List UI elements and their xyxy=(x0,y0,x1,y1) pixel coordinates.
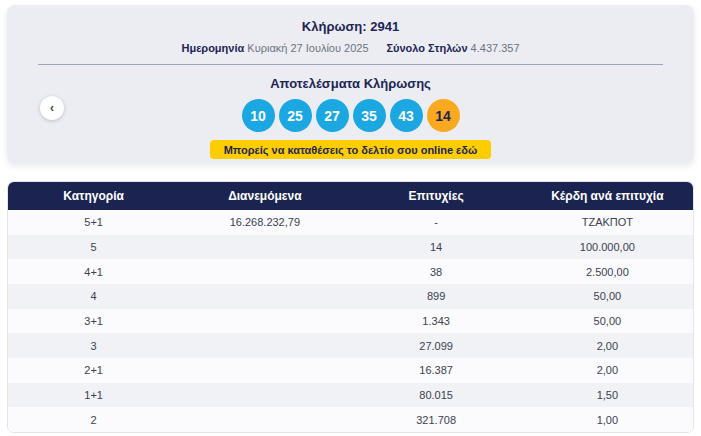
table-cell: 80.015 xyxy=(351,389,522,401)
header-category: Κατηγορία xyxy=(8,189,179,203)
number-ball: 35 xyxy=(353,99,386,132)
draw-date: Ημερομηνία Κυριακή 27 Ιουλίου 2025 xyxy=(181,42,368,54)
total-columns-label: Σύνολο Στηλών xyxy=(387,42,468,54)
prize-table: Κατηγορία Διανεμόμενα Επιτυχίες Κέρδη αν… xyxy=(7,181,694,433)
table-cell: 2 xyxy=(8,414,179,426)
total-columns: Σύνολο Στηλών 4.437.357 xyxy=(387,42,520,54)
number-ball: 43 xyxy=(390,99,423,132)
header-distributed: Διανεμόμενα xyxy=(179,189,350,203)
table-cell: 2,00 xyxy=(522,364,693,376)
table-row: 514100.000,00 xyxy=(8,235,693,260)
table-cell: 16.387 xyxy=(351,364,522,376)
table-cell: 2.500,00 xyxy=(522,266,693,278)
table-cell: 2+1 xyxy=(8,364,179,376)
chevron-left-icon: ‹ xyxy=(50,101,54,115)
table-cell: 38 xyxy=(351,266,522,278)
table-cell: - xyxy=(351,216,522,228)
winning-numbers: 10 25 27 35 43 14 xyxy=(7,99,694,132)
table-row: 327.0992,00 xyxy=(8,333,693,358)
number-ball: 10 xyxy=(242,99,275,132)
table-cell: 16.268.232,79 xyxy=(179,216,350,228)
table-cell: 5 xyxy=(8,241,179,253)
table-cell: 321.708 xyxy=(351,414,522,426)
table-row: 2321.7081,00 xyxy=(8,407,693,432)
table-cell: 1+1 xyxy=(8,389,179,401)
number-ball: 25 xyxy=(279,99,312,132)
previous-draw-button[interactable]: ‹ xyxy=(40,96,64,120)
table-cell: 5+1 xyxy=(8,216,179,228)
table-cell: 50,00 xyxy=(522,315,693,327)
table-cell: ΤΖΑΚΠΟΤ xyxy=(522,216,693,228)
divider xyxy=(38,64,663,65)
table-row: 3+11.34350,00 xyxy=(8,309,693,334)
table-cell: 100.000,00 xyxy=(522,241,693,253)
header-prize-per-win: Κέρδη ανά επιτυχία xyxy=(522,189,693,203)
table-row: 4+1382.500,00 xyxy=(8,259,693,284)
table-cell: 27.099 xyxy=(351,340,522,352)
table-row: 1+180.0151,50 xyxy=(8,383,693,408)
table-cell: 4 xyxy=(8,290,179,302)
header-winners: Επιτυχίες xyxy=(351,189,522,203)
table-cell: 4+1 xyxy=(8,266,179,278)
number-ball: 27 xyxy=(316,99,349,132)
total-columns-value: 4.437.357 xyxy=(471,42,520,54)
table-cell: 1,50 xyxy=(522,389,693,401)
prize-table-header: Κατηγορία Διανεμόμενα Επιτυχίες Κέρδη αν… xyxy=(8,182,693,210)
results-title: Αποτελέσματα Κλήρωσης xyxy=(7,76,694,91)
draw-date-value: Κυριακή 27 Ιουλίου 2025 xyxy=(247,42,368,54)
table-row: 5+116.268.232,79-ΤΖΑΚΠΟΤ xyxy=(8,210,693,235)
table-cell: 14 xyxy=(351,241,522,253)
submit-online-button[interactable]: Μπορείς να καταθέσεις το δελτίο σου onli… xyxy=(210,140,492,159)
draw-title: Κλήρωση: 2941 xyxy=(7,5,694,34)
table-cell: 899 xyxy=(351,290,522,302)
prize-table-body: 5+116.268.232,79-ΤΖΑΚΠΟΤ514100.000,004+1… xyxy=(8,210,693,432)
table-cell: 3+1 xyxy=(8,315,179,327)
table-cell: 2,00 xyxy=(522,340,693,352)
table-cell: 50,00 xyxy=(522,290,693,302)
draw-date-label: Ημερομηνία xyxy=(181,42,244,54)
table-cell: 1.343 xyxy=(351,315,522,327)
joker-ball: 14 xyxy=(427,99,460,132)
draw-meta: Ημερομηνία Κυριακή 27 Ιουλίου 2025Σύνολο… xyxy=(7,42,694,54)
table-row: 2+116.3872,00 xyxy=(8,358,693,383)
table-row: 489950,00 xyxy=(8,284,693,309)
table-cell: 3 xyxy=(8,340,179,352)
table-cell: 1,00 xyxy=(522,414,693,426)
draw-info-card: Κλήρωση: 2941 Ημερομηνία Κυριακή 27 Ιουλ… xyxy=(7,5,694,163)
